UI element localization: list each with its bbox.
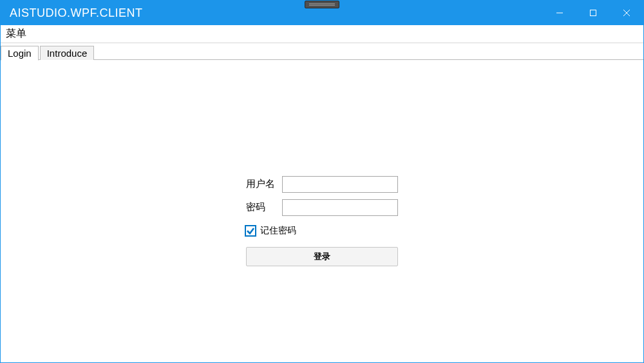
window-controls bbox=[543, 1, 643, 25]
remember-row: 记住密码 bbox=[245, 225, 398, 237]
tabstrip: Login Introduce bbox=[1, 43, 643, 60]
tab-introduce[interactable]: Introduce bbox=[40, 46, 95, 60]
window-title: AISTUDIO.WPF.CLIENT bbox=[1, 6, 143, 20]
checkmark-icon bbox=[246, 226, 255, 235]
username-row: 用户名 bbox=[246, 176, 398, 193]
maximize-button[interactable] bbox=[576, 1, 610, 25]
maximize-icon bbox=[589, 9, 597, 17]
login-button[interactable]: 登录 bbox=[246, 247, 398, 266]
password-label: 密码 bbox=[246, 201, 282, 213]
content-area: 用户名 密码 记住密码 登录 bbox=[1, 60, 643, 362]
svg-rect-1 bbox=[591, 10, 596, 16]
tab-login[interactable]: Login bbox=[1, 46, 39, 61]
password-field[interactable] bbox=[282, 199, 398, 216]
app-window: AISTUDIO.WPF.CLIENT 菜单 bbox=[0, 0, 644, 363]
password-row: 密码 bbox=[246, 199, 398, 216]
menubar: 菜单 bbox=[1, 25, 643, 43]
login-form: 用户名 密码 记住密码 登录 bbox=[246, 176, 398, 266]
username-label: 用户名 bbox=[246, 178, 282, 190]
close-icon bbox=[623, 9, 630, 17]
username-field[interactable] bbox=[282, 176, 398, 193]
minimize-icon bbox=[556, 9, 564, 17]
minimize-button[interactable] bbox=[543, 1, 576, 25]
close-button[interactable] bbox=[610, 1, 643, 25]
titlebar-grip[interactable] bbox=[305, 1, 339, 8]
remember-label: 记住密码 bbox=[260, 225, 296, 237]
remember-checkbox[interactable] bbox=[245, 225, 256, 237]
menu-item-main[interactable]: 菜单 bbox=[1, 25, 32, 43]
titlebar[interactable]: AISTUDIO.WPF.CLIENT bbox=[1, 1, 643, 25]
